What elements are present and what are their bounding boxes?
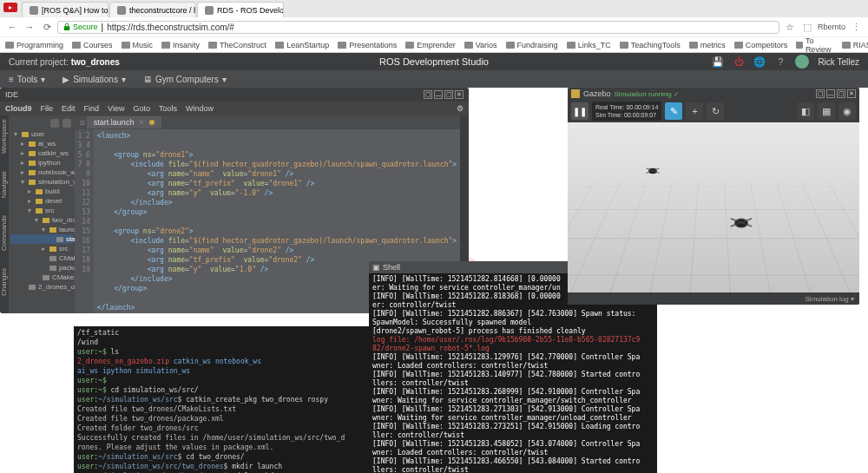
bookmark-item[interactable]: TheConstruct — [208, 41, 266, 49]
expand-icon[interactable]: ▸ — [26, 187, 33, 195]
ide-menu-item[interactable]: Edit — [62, 104, 76, 113]
expand-icon[interactable]: ▸ — [26, 197, 33, 205]
expand-icon[interactable]: ▸ — [19, 168, 26, 176]
tree-item[interactable]: ▾src — [10, 206, 73, 215]
expand-icon[interactable]: ▾ — [33, 216, 40, 224]
tree-item[interactable]: ▸build — [10, 187, 73, 196]
ide-sidetab[interactable]: Navigate — [0, 171, 8, 199]
tree-item[interactable]: ▾simulation_ws — [10, 177, 73, 187]
tree-settings-icon[interactable] — [62, 119, 71, 128]
ide-menu-item[interactable]: Tools — [159, 104, 177, 113]
bookmark-item[interactable]: metrics — [689, 41, 726, 49]
tree-item[interactable]: 2_drones_on_gazebo.zip — [10, 282, 73, 292]
minimize-button[interactable]: — — [826, 89, 835, 98]
browser-tab[interactable]: theconstructcore / he…× — [109, 2, 196, 17]
browser-tab[interactable]: RDS - ROS Developme…× — [197, 2, 284, 17]
tree-item[interactable]: ▸ai_ws — [10, 139, 73, 148]
detach-button[interactable]: ▢ — [424, 90, 432, 99]
bookmark-item[interactable]: LeanStartup — [275, 41, 329, 49]
ide-sidetab[interactable]: Commands — [0, 215, 8, 251]
bookmark-item[interactable]: To Review — [796, 36, 833, 54]
bookmark-item[interactable]: Programming — [5, 41, 63, 49]
ide-menu-item[interactable]: Find — [84, 104, 100, 113]
tree-item[interactable]: ▸notebook_ws — [10, 168, 73, 177]
bookmark-item[interactable]: Insanity — [161, 41, 200, 49]
expand-icon[interactable]: ▸ — [19, 149, 26, 157]
ide-titlebar[interactable]: IDE ▢ — ▢ ✕ — [0, 88, 469, 102]
bookmark-item[interactable]: Music — [122, 41, 154, 49]
close-button[interactable]: ✕ — [455, 90, 464, 99]
reload-button[interactable]: ⟳ — [40, 20, 54, 34]
tree-item[interactable]: CMakeLists.txt — [10, 253, 73, 263]
tree-item[interactable]: ▾launch — [10, 225, 73, 234]
expand-icon[interactable]: ▸ — [19, 140, 26, 148]
close-icon[interactable]: × — [139, 118, 143, 127]
expand-icon[interactable]: ▾ — [40, 226, 47, 233]
drone2-model[interactable] — [730, 216, 753, 230]
bookmark-item[interactable]: Varios — [464, 41, 497, 49]
maximize-button[interactable]: ▢ — [444, 90, 453, 99]
toolbar-item[interactable]: 🖥Gym Computers ▾ — [143, 75, 227, 84]
gazebo-titlebar[interactable]: Gazebo Simulation running ✓ ▢ — ▢ ✕ — [568, 88, 859, 100]
tree-item[interactable]: ▾user — [10, 129, 73, 139]
ide-sidetab[interactable]: Changes — [0, 268, 8, 296]
menu-icon[interactable]: ⋮ — [849, 20, 863, 34]
tree-item[interactable]: CMakeLists.txt — [10, 273, 73, 282]
bookmark-item[interactable]: RIASearch — [842, 41, 868, 49]
tree-item[interactable]: ▸catkin_ws — [10, 148, 73, 158]
bookmark-item[interactable]: Presentations — [338, 41, 397, 49]
cube-view-button[interactable]: ◧ — [797, 102, 814, 120]
gear-icon[interactable]: ⚙ — [457, 104, 464, 113]
browser-account[interactable]: Rbernto — [818, 23, 845, 31]
tree-item[interactable]: ▸devel — [10, 196, 73, 206]
browser-tab[interactable]: [ROS Q&A] How to Sta…× — [22, 2, 108, 17]
power-icon[interactable]: ⏻ — [733, 56, 745, 68]
avatar[interactable] — [795, 55, 809, 69]
expand-icon[interactable]: ▾ — [12, 130, 19, 138]
tree-item[interactable]: start.launch — [10, 234, 73, 244]
detach-button[interactable]: ▢ — [816, 89, 825, 98]
ide-menu-item[interactable]: View — [108, 104, 124, 113]
ide-menu-item[interactable]: File — [41, 104, 54, 113]
tree-refresh-icon[interactable] — [50, 119, 59, 128]
tree-item[interactable]: ▸src — [10, 244, 73, 253]
extension-icon[interactable]: ⬚ — [800, 20, 814, 34]
ide-sidetab[interactable]: Workspace — [0, 119, 8, 154]
bookmark-item[interactable]: Emprender — [405, 41, 456, 49]
bookmark-item[interactable]: Competitors — [734, 41, 788, 49]
ide-menu-item[interactable]: Window — [186, 104, 214, 113]
toolbar-item[interactable]: ≡Tools ▾ — [9, 75, 45, 84]
pause-button[interactable]: ❚❚ — [571, 102, 589, 120]
star-icon[interactable]: ☆ — [783, 20, 797, 34]
forward-button[interactable]: → — [23, 20, 36, 34]
terminal-panel[interactable]: /tf_static/winduser:~$ ls2_drones_on_gaz… — [74, 326, 369, 473]
ide-menu-item[interactable]: Goto — [133, 104, 150, 113]
gazebo-viewport[interactable] — [568, 122, 859, 292]
expand-icon[interactable]: ▸ — [19, 159, 26, 167]
toolbar-item[interactable]: ▶Simulations ▾ — [62, 75, 126, 84]
tree-item[interactable]: ▸ipython — [10, 158, 73, 168]
close-button[interactable]: ✕ — [847, 89, 856, 98]
url-field[interactable]: Secure | https://rds.theconstructsim.com… — [57, 21, 779, 34]
tree-item[interactable]: ▾two_drones — [10, 215, 73, 225]
tab-list-icon[interactable]: ≡ — [78, 117, 87, 128]
help-icon[interactable]: ? — [774, 56, 786, 68]
bookmark-item[interactable]: Courses — [72, 41, 113, 49]
add-button[interactable]: + — [686, 102, 703, 120]
reset-button[interactable]: ↻ — [707, 102, 724, 120]
grid-view-button[interactable]: ▦ — [818, 102, 835, 120]
tree-item[interactable]: package.xml — [10, 263, 73, 273]
bookmark-item[interactable]: Fundraising — [506, 41, 558, 49]
save-icon[interactable]: 💾 — [712, 56, 724, 68]
editor-tab[interactable]: start.launch × — [87, 116, 161, 128]
file-tree[interactable]: ▾user▸ai_ws▸catkin_ws▸ipython▸notebook_w… — [9, 115, 75, 313]
back-button[interactable]: ← — [5, 20, 19, 34]
expand-icon[interactable]: ▸ — [40, 245, 47, 253]
drone1-model[interactable] — [646, 167, 660, 175]
expand-icon[interactable]: ▾ — [19, 178, 26, 186]
ide-branding[interactable]: Cloud9 — [5, 104, 32, 113]
expand-icon[interactable]: ▾ — [26, 207, 33, 214]
globe-icon[interactable]: 🌐 — [753, 56, 766, 68]
camera-button[interactable]: ◉ — [838, 102, 856, 120]
maximize-button[interactable]: ▢ — [837, 89, 845, 98]
